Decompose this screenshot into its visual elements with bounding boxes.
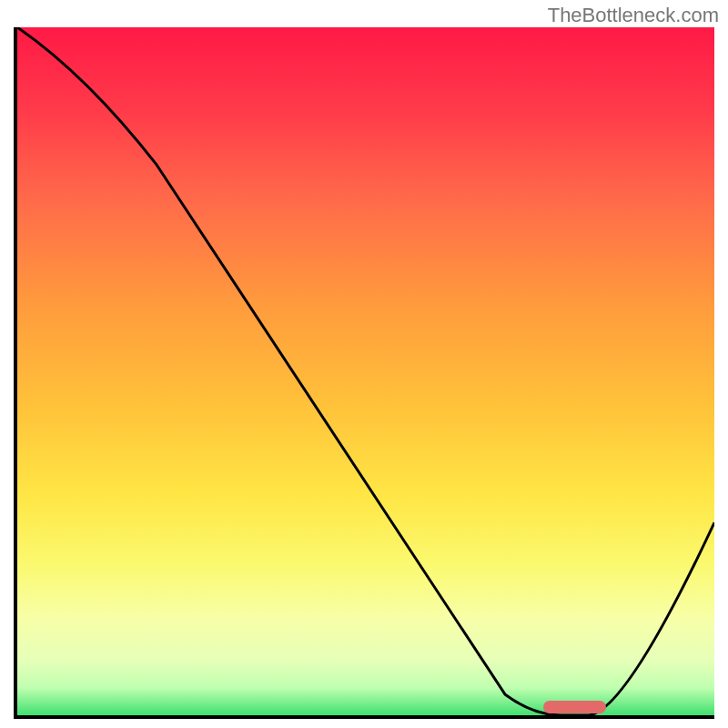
watermark-text: TheBottleneck.com: [548, 4, 719, 27]
bottleneck-curve: [17, 27, 714, 715]
curve-svg: [17, 27, 714, 715]
optimal-marker: [543, 701, 606, 713]
chart-container: TheBottleneck.com: [0, 0, 728, 728]
plot-area: [14, 27, 714, 719]
